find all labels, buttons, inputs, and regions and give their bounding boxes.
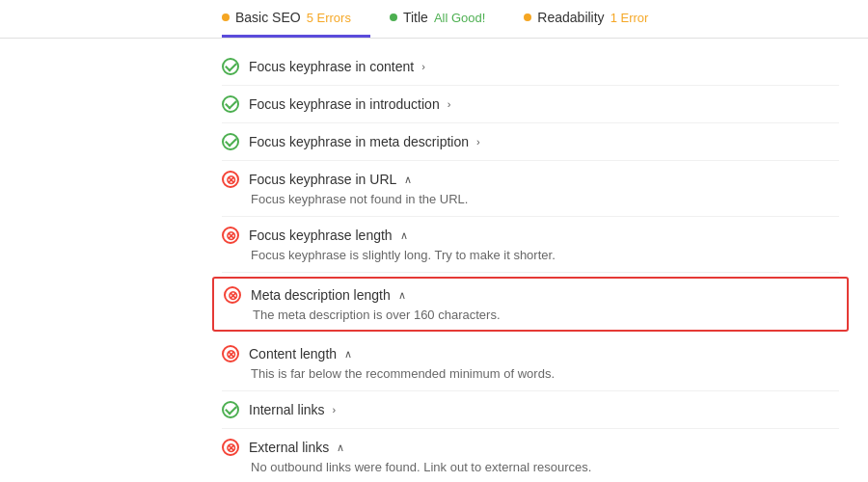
check-item-title-focus-keyphrase-meta: Focus keyphrase in meta description ›: [249, 134, 480, 149]
check-item-focus-keyphrase-content: Focus keyphrase in content ›: [222, 48, 839, 86]
check-item-detail-focus-keyphrase-length: Focus keyphrase is slightly long. Try to…: [251, 248, 839, 262]
error-icon-focus-keyphrase-length: ⊗: [222, 227, 239, 244]
check-item-focus-keyphrase-meta: Focus keyphrase in meta description ›: [222, 123, 839, 161]
check-item-detail-focus-keyphrase-url: Focus keyphrase not found in the URL.: [251, 192, 839, 206]
check-item-title-focus-keyphrase-content: Focus keyphrase in content ›: [249, 59, 425, 74]
tab-dot-basic-seo: [222, 13, 230, 21]
checks-container: Focus keyphrase in content ›Focus keyphr…: [222, 48, 839, 482]
check-item-focus-keyphrase-length: ⊗Focus keyphrase length ∧Focus keyphrase…: [222, 217, 839, 273]
chevron-content-length: ∧: [344, 348, 352, 361]
chevron-meta-description-length: ∧: [398, 289, 406, 302]
tab-status-basic-seo: 5 Errors: [307, 11, 351, 25]
check-item-header-content-length[interactable]: ⊗Content length ∧: [222, 345, 839, 362]
error-icon-focus-keyphrase-url: ⊗: [222, 171, 239, 188]
page-wrapper: Basic SEO5 ErrorsTitleAll Good!Readabili…: [0, 0, 868, 482]
tab-label-readability: Readability: [537, 10, 604, 25]
check-item-title-focus-keyphrase-intro: Focus keyphrase in introduction ›: [249, 96, 450, 112]
check-item-detail-content-length: This is far below the recommended minimu…: [251, 366, 839, 381]
check-item-title-meta-description-length: Meta description length ∧: [251, 287, 406, 303]
tabs-container: Basic SEO5 ErrorsTitleAll Good!Readabili…: [222, 0, 687, 38]
check-item-header-focus-keyphrase-url[interactable]: ⊗Focus keyphrase in URL ∧: [222, 171, 839, 188]
check-item-external-links: ⊗External links ∧No outbound links were …: [222, 429, 839, 482]
tab-dot-readability: [524, 13, 531, 21]
check-item-header-focus-keyphrase-meta[interactable]: Focus keyphrase in meta description ›: [222, 133, 839, 150]
tab-dot-title: [390, 13, 397, 21]
chevron-internal-links: ›: [333, 404, 337, 415]
chevron-focus-keyphrase-content: ›: [421, 61, 425, 72]
chevron-external-links: ∧: [337, 442, 344, 454]
chevron-focus-keyphrase-length: ∧: [400, 229, 408, 242]
content-area: Focus keyphrase in content ›Focus keyphr…: [0, 39, 868, 482]
tab-title[interactable]: TitleAll Good!: [390, 0, 504, 38]
check-item-title-external-links: External links ∧: [249, 440, 344, 455]
check-icon-focus-keyphrase-content: [222, 58, 239, 75]
tab-status-title: All Good!: [434, 11, 485, 25]
check-item-header-focus-keyphrase-content[interactable]: Focus keyphrase in content ›: [222, 58, 839, 75]
check-icon-internal-links: [222, 401, 239, 418]
check-item-detail-external-links: No outbound links were found. Link out t…: [251, 460, 839, 474]
tab-status-readability: 1 Error: [610, 11, 649, 25]
check-item-title-focus-keyphrase-length: Focus keyphrase length ∧: [249, 228, 408, 243]
error-icon-content-length: ⊗: [222, 345, 239, 362]
chevron-focus-keyphrase-intro: ›: [448, 98, 451, 110]
tab-label-title: Title: [403, 10, 428, 25]
check-item-title-focus-keyphrase-url: Focus keyphrase in URL ∧: [249, 172, 412, 187]
tab-readability[interactable]: Readability1 Error: [524, 0, 667, 38]
tab-basic-seo[interactable]: Basic SEO5 Errors: [222, 0, 370, 38]
check-item-header-internal-links[interactable]: Internal links ›: [222, 401, 839, 418]
check-item-header-focus-keyphrase-length[interactable]: ⊗Focus keyphrase length ∧: [222, 227, 839, 244]
tab-label-basic-seo: Basic SEO: [235, 10, 301, 25]
error-icon-external-links: ⊗: [222, 439, 239, 456]
tab-bar: Basic SEO5 ErrorsTitleAll Good!Readabili…: [0, 0, 868, 39]
check-icon-focus-keyphrase-intro: [222, 95, 239, 113]
check-item-focus-keyphrase-intro: Focus keyphrase in introduction ›: [222, 86, 839, 123]
check-item-content-length: ⊗Content length ∧This is far below the r…: [222, 335, 839, 391]
check-item-internal-links: Internal links ›: [222, 391, 839, 429]
chevron-focus-keyphrase-meta: ›: [476, 136, 480, 147]
check-item-header-focus-keyphrase-intro[interactable]: Focus keyphrase in introduction ›: [222, 95, 839, 113]
check-icon-focus-keyphrase-meta: [222, 133, 239, 150]
chevron-focus-keyphrase-url: ∧: [404, 174, 412, 186]
check-item-focus-keyphrase-url: ⊗Focus keyphrase in URL ∧Focus keyphrase…: [222, 161, 839, 217]
check-item-header-external-links[interactable]: ⊗External links ∧: [222, 439, 839, 456]
check-item-detail-meta-description-length: The meta description is over 160 charact…: [253, 308, 837, 322]
check-item-title-internal-links: Internal links ›: [249, 402, 336, 417]
check-item-meta-description-length: ⊗Meta description length ∧The meta descr…: [212, 277, 849, 332]
error-icon-meta-description-length: ⊗: [224, 286, 241, 304]
check-item-title-content-length: Content length ∧: [249, 346, 352, 362]
check-item-header-meta-description-length[interactable]: ⊗Meta description length ∧: [224, 286, 837, 304]
